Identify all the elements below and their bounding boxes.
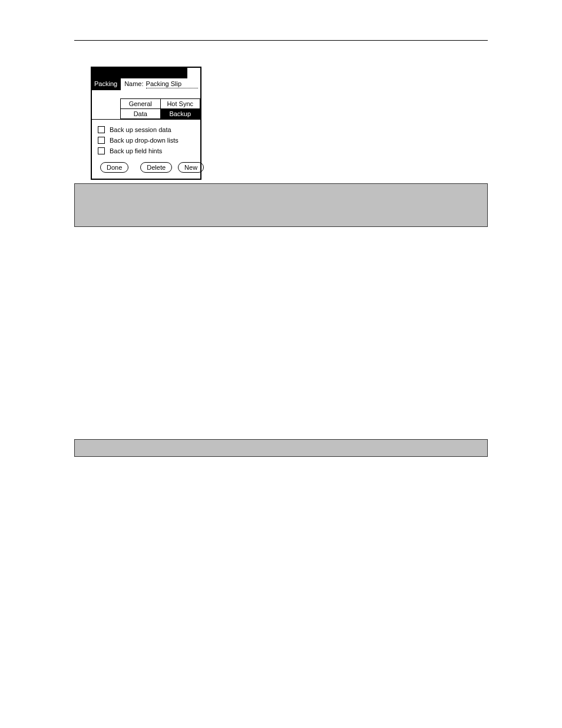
checkbox-session[interactable]: [98, 126, 105, 133]
palm-title-bar: [92, 68, 200, 78]
checkbox-dropdowns[interactable]: [98, 137, 105, 144]
checkbox-label-session: Back up session data: [110, 126, 171, 134]
callout-box-1: [74, 183, 488, 227]
tab-general[interactable]: General: [121, 98, 161, 108]
tab-backup[interactable]: Backup: [161, 108, 201, 119]
titlebar-corner: [186, 68, 200, 78]
name-field[interactable]: Packing Slip: [146, 80, 198, 88]
sidebar-tab-packing[interactable]: Packing: [92, 78, 121, 90]
palm-window: Packing Name: Packing Slip General Hot S…: [91, 67, 201, 180]
done-button[interactable]: Done: [100, 162, 128, 173]
tabs: General Hot Sync Data Backup: [120, 98, 200, 119]
tab-data[interactable]: Data: [121, 108, 161, 119]
tab-hotsync[interactable]: Hot Sync: [161, 98, 201, 108]
checkbox-hints[interactable]: [98, 147, 105, 154]
checkbox-label-hints: Back up field hints: [110, 147, 162, 155]
delete-button[interactable]: Delete: [140, 162, 172, 173]
header-rule: [74, 40, 488, 41]
checkbox-label-dropdowns: Back up drop-down lists: [110, 136, 178, 144]
new-button[interactable]: New: [178, 162, 204, 173]
callout-box-2: [74, 439, 488, 457]
name-label: Name:: [124, 80, 143, 88]
